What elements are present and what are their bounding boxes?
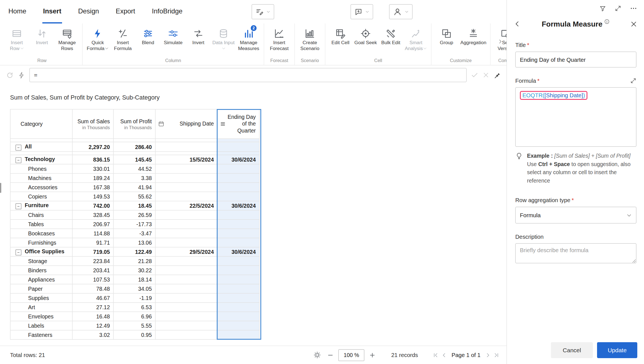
cell-sales[interactable]: 114.88 bbox=[72, 229, 113, 238]
cell-sales[interactable]: 2,297.20 bbox=[72, 142, 113, 152]
ribbon-smart-analysis-button[interactable]: Smart Analysis bbox=[403, 27, 428, 52]
cell-shipping-date[interactable] bbox=[155, 210, 217, 219]
cell-shipping-date[interactable] bbox=[155, 142, 217, 152]
measure-menu-icon[interactable] bbox=[220, 121, 226, 127]
left-resize-handle[interactable] bbox=[0, 183, 1, 193]
ribbon-manage-rows-button[interactable]: Manage Rows bbox=[55, 27, 80, 52]
table-row[interactable]: Paper78.4834.05 bbox=[10, 284, 259, 293]
cell-sales[interactable]: 189.24 bbox=[72, 173, 113, 183]
cell-ending-day[interactable]: 30/6/2024 bbox=[217, 155, 259, 164]
cell-ending-day[interactable] bbox=[217, 210, 259, 219]
cell-category[interactable]: Storage bbox=[10, 256, 72, 266]
table-row[interactable]: Furnishings91.7113.06 bbox=[10, 238, 259, 247]
collapse-toggle-icon[interactable]: − bbox=[16, 145, 22, 150]
table-row[interactable]: Machines189.243.38 bbox=[10, 173, 259, 183]
cell-profit[interactable]: 34.05 bbox=[113, 284, 155, 293]
cell-category[interactable]: −Technology bbox=[10, 155, 72, 164]
cell-profit[interactable]: 21.28 bbox=[113, 256, 155, 266]
cell-ending-day[interactable] bbox=[217, 142, 259, 152]
title-field-input[interactable] bbox=[515, 52, 637, 68]
table-row[interactable]: Art27.126.53 bbox=[10, 302, 259, 312]
cell-shipping-date[interactable] bbox=[155, 275, 217, 284]
cell-category[interactable]: Bookcases bbox=[10, 229, 72, 238]
cell-shipping-date[interactable] bbox=[155, 238, 217, 247]
cell-category[interactable]: Fasteners bbox=[10, 330, 72, 339]
table-row[interactable]: Bookcases114.88-3.47 bbox=[10, 229, 259, 238]
cell-sales[interactable]: 328.45 bbox=[72, 210, 113, 219]
cell-ending-day[interactable] bbox=[217, 256, 259, 266]
cell-sales[interactable]: 742.00 bbox=[72, 201, 113, 210]
cell-sales[interactable]: 206.97 bbox=[72, 219, 113, 229]
flash-icon[interactable] bbox=[18, 72, 25, 79]
formula-editor[interactable]: EOQTR([Shipping Date]) bbox=[515, 87, 637, 147]
cell-category[interactable]: Appliances bbox=[10, 275, 72, 284]
confirm-check-icon[interactable] bbox=[471, 71, 479, 79]
table-row[interactable]: Storage223.8421.28 bbox=[10, 256, 259, 266]
cell-profit[interactable]: 13.06 bbox=[113, 238, 155, 247]
cell-ending-day[interactable] bbox=[217, 275, 259, 284]
cell-profit[interactable]: 122.49 bbox=[113, 247, 155, 256]
table-row[interactable]: Phones330.0144.52 bbox=[10, 164, 259, 173]
cell-shipping-date[interactable] bbox=[155, 284, 217, 293]
ribbon-create-scenario-button[interactable]: Create Scenario bbox=[297, 27, 323, 52]
cell-profit[interactable]: 30.22 bbox=[113, 266, 155, 275]
cell-ending-day[interactable] bbox=[217, 219, 259, 229]
cell-category[interactable]: Art bbox=[10, 302, 72, 312]
table-row[interactable]: Fasteners3.020.95 bbox=[10, 330, 259, 339]
cell-profit[interactable]: 41.94 bbox=[113, 183, 155, 192]
column-header-sales[interactable]: Sum of Sales in Thousands bbox=[72, 109, 113, 139]
cell-category[interactable]: Phones bbox=[10, 164, 72, 173]
cell-shipping-date[interactable] bbox=[155, 219, 217, 229]
zoom-out-icon[interactable] bbox=[327, 352, 334, 358]
cell-category[interactable]: −Furniture bbox=[10, 201, 72, 210]
menu-item-insert[interactable]: Insert bbox=[42, 0, 62, 23]
ribbon-group-button[interactable]: Group bbox=[434, 27, 459, 46]
filter-icon[interactable] bbox=[599, 5, 607, 12]
cell-shipping-date[interactable] bbox=[155, 173, 217, 183]
cell-shipping-date[interactable] bbox=[155, 266, 217, 275]
cell-profit[interactable]: 145.45 bbox=[113, 155, 155, 164]
cell-ending-day[interactable] bbox=[217, 302, 259, 312]
history-icon[interactable] bbox=[6, 71, 14, 79]
cell-sales[interactable]: 16.48 bbox=[72, 312, 113, 321]
last-page-icon[interactable] bbox=[493, 352, 500, 358]
cell-ending-day[interactable] bbox=[217, 293, 259, 302]
cell-category[interactable]: −All bbox=[10, 142, 72, 152]
cell-category[interactable]: Envelopes bbox=[10, 312, 72, 321]
update-button[interactable]: Update bbox=[597, 342, 637, 358]
cell-profit[interactable]: -17.73 bbox=[113, 219, 155, 229]
add-comment-button[interactable] bbox=[351, 4, 373, 19]
settings-gear-icon[interactable] bbox=[313, 351, 321, 359]
column-header-shipping-date[interactable]: Shipping Date bbox=[155, 109, 217, 139]
table-row[interactable]: Copiers149.5355.62 bbox=[10, 192, 259, 201]
cell-ending-day[interactable]: 30/6/2024 bbox=[217, 201, 259, 210]
collapse-toggle-icon[interactable]: − bbox=[16, 250, 22, 256]
menu-item-infobridge[interactable]: InfoBridge bbox=[151, 0, 183, 23]
table-row[interactable]: Appliances107.5318.14 bbox=[10, 275, 259, 284]
cell-ending-day[interactable] bbox=[217, 321, 259, 330]
ribbon-insert-forecast-button[interactable]: Insert Forecast bbox=[267, 27, 292, 52]
cell-shipping-date[interactable]: 29/5/2024 bbox=[155, 247, 217, 256]
table-row[interactable]: Tables206.97-17.73 bbox=[10, 219, 259, 229]
cell-profit[interactable]: 18.14 bbox=[113, 275, 155, 284]
expand-formula-icon[interactable] bbox=[630, 78, 637, 84]
collapse-toggle-icon[interactable]: − bbox=[16, 157, 22, 163]
collapse-toggle-icon[interactable]: − bbox=[16, 204, 22, 209]
ribbon-manage-measures-button[interactable]: 2Manage Measures bbox=[236, 27, 261, 52]
menu-item-home[interactable]: Home bbox=[8, 0, 27, 23]
ribbon-insert-row-button[interactable]: Insert Row bbox=[4, 27, 29, 52]
ribbon-bulk-edit-button[interactable]: Bulk Edit bbox=[378, 27, 403, 46]
cell-sales[interactable]: 836.15 bbox=[72, 155, 113, 164]
table-row[interactable]: −Furniture742.0018.4522/5/202430/6/2024 bbox=[10, 201, 259, 210]
cancel-button[interactable]: Cancel bbox=[551, 342, 593, 358]
ribbon-blend-button[interactable]: Blend bbox=[136, 27, 161, 46]
cell-sales[interactable]: 91.71 bbox=[72, 238, 113, 247]
cell-shipping-date[interactable] bbox=[155, 256, 217, 266]
cell-profit[interactable]: 0.95 bbox=[113, 330, 155, 339]
cell-ending-day[interactable] bbox=[217, 312, 259, 321]
cell-ending-day[interactable] bbox=[217, 164, 259, 173]
cell-sales[interactable]: 330.01 bbox=[72, 164, 113, 173]
ribbon-edit-cell-button[interactable]: Edit Cell bbox=[328, 27, 353, 46]
table-row[interactable]: Labels12.495.55 bbox=[10, 321, 259, 330]
expand-window-icon[interactable] bbox=[615, 5, 621, 12]
